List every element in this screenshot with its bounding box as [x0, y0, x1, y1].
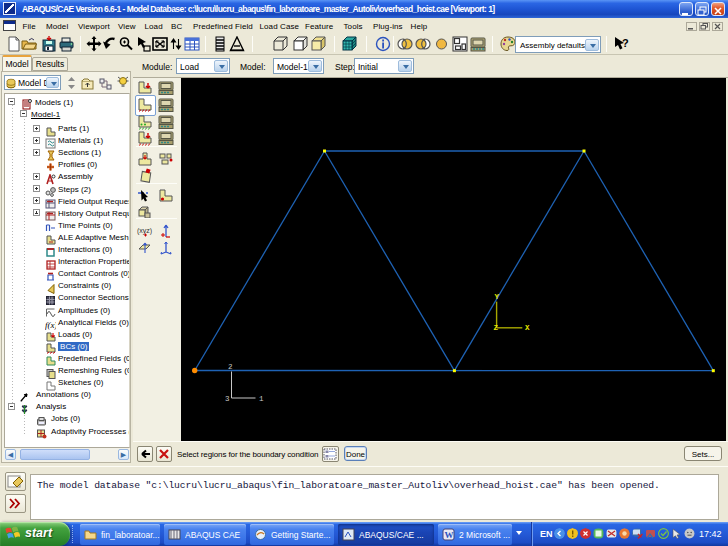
svg-text:3: 3 — [225, 395, 230, 403]
svg-text:?: ? — [622, 37, 629, 49]
svg-text:X: X — [525, 324, 530, 332]
svg-text:1: 1 — [259, 395, 264, 403]
svg-text:2: 2 — [228, 363, 233, 371]
svg-text:(xyz): (xyz) — [137, 227, 152, 235]
svg-text:Z: Z — [494, 324, 499, 332]
svg-text:W: W — [445, 530, 454, 540]
svg-text:Y: Y — [495, 293, 500, 301]
